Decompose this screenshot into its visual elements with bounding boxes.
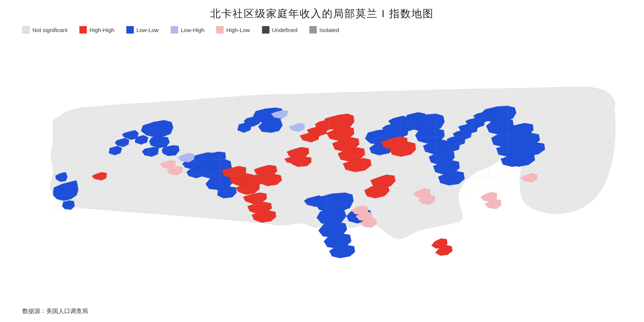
legend: Not significantHigh-HighLow-LowLow-HighH… [0, 21, 644, 39]
legend-item-low-low: Low-Low [126, 26, 159, 34]
map-svg [11, 48, 633, 292]
map-container [11, 48, 633, 292]
legend-swatch [262, 26, 269, 34]
legend-label: Not significant [32, 27, 67, 33]
legend-swatch [171, 26, 178, 34]
legend-item-not-significant: Not significant [22, 26, 67, 34]
legend-label: Undefined [272, 27, 297, 33]
legend-swatch [126, 26, 134, 34]
legend-label: Isolated [319, 27, 339, 33]
legend-label: Low-High [181, 27, 204, 33]
data-source: 数据源：美国人口调查局 [22, 307, 88, 315]
legend-item-low-high: Low-High [171, 26, 204, 34]
legend-item-high-low: High-Low [216, 26, 250, 34]
legend-item-high-high: High-High [79, 26, 114, 34]
legend-item-undefined: Undefined [262, 26, 297, 34]
legend-label: High-Low [226, 27, 250, 33]
legend-label: High-High [89, 27, 114, 33]
legend-swatch [216, 26, 224, 34]
legend-item-isolated: Isolated [309, 26, 339, 34]
page-title: 北卡社区级家庭年收入的局部莫兰 I 指数地图 [0, 0, 644, 21]
legend-swatch [79, 26, 87, 34]
legend-swatch [309, 26, 317, 34]
legend-label: Low-Low [136, 27, 159, 33]
legend-swatch [22, 26, 30, 34]
